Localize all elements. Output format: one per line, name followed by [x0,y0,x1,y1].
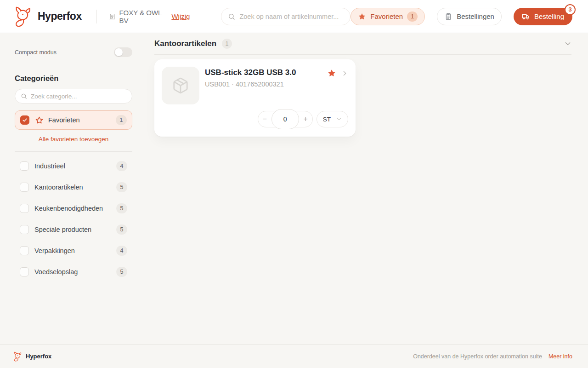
favorites-count-badge: 1 [116,115,127,125]
header: Hyperfox FOXY & OWL BV Wijzig Favorieten… [0,0,588,33]
more-info-link[interactable]: Meer info [548,353,572,360]
sidebar-item-verpakkingen[interactable]: Verpakkingen 4 [15,240,132,261]
truck-icon [522,12,530,21]
product-search [221,8,351,25]
sidebar-item-industrieel[interactable]: Industrieel 4 [15,155,132,177]
category-list: Industrieel 4 Kantoorartikelen 5 Keukenb… [15,155,132,282]
compact-mode-row: Compact modus [15,47,132,57]
quantity-stepper: − + [258,111,313,127]
sidebar-item-favorites[interactable]: Favorieten 1 [15,110,132,130]
unit-value: ST [323,116,331,123]
search-icon [228,13,235,20]
building-icon [109,12,116,21]
sidebar-divider [15,66,132,66]
brand: Hyperfox [13,6,82,27]
package-icon [172,77,189,94]
sidebar: Compact modus Categorieën Favorieten 1 A… [0,33,140,344]
category-count-badge: 5 [116,203,127,213]
product-code: USB001 · 4017652000321 [205,80,322,88]
header-divider [96,10,97,23]
chevron-right-icon[interactable] [341,70,348,77]
favorites-button[interactable]: Favorieten 1 [351,8,425,25]
product-card-bottom: − + ST [162,109,348,129]
category-checkbox[interactable] [20,246,29,255]
category-count-badge: 4 [116,161,127,171]
hyperfox-logo-icon [13,351,23,362]
footer-right: Onderdeel van de Hyperfox order automati… [413,353,572,360]
product-actions [327,67,348,104]
body: Compact modus Categorieën Favorieten 1 A… [0,33,588,344]
star-icon [358,12,366,21]
product-title: USB-stick 32GB USB 3.0 [205,68,322,77]
category-count-badge: 4 [116,246,127,256]
header-actions: Favorieten 1 Bestellingen Bestelling 3 [351,8,572,25]
orders-button-label: Bestellingen [457,12,494,20]
footer: Hyperfox Onderdeel van de Hyperfox order… [0,344,588,368]
product-thumbnail [162,67,199,104]
category-label: Kantoorartikelen [34,184,83,191]
category-label: Voedselopslag [34,268,78,276]
category-checkbox[interactable] [20,267,29,276]
category-checkbox[interactable] [20,204,29,213]
order-cart-button-label: Bestelling [534,12,564,20]
sidebar-item-kantoorartikelen[interactable]: Kantoorartikelen 5 [15,177,132,198]
toggle-knob [115,48,123,56]
orders-button[interactable]: Bestellingen [437,8,502,25]
quantity-minus-button[interactable]: − [258,111,271,127]
clipboard-icon [444,12,452,21]
quantity-plus-button[interactable]: + [299,111,312,127]
favorites-button-label: Favorieten [370,12,403,20]
category-label: Industrieel [34,162,65,170]
star-outline-icon [35,116,44,125]
category-label: Verpakkingen [34,247,75,254]
favorites-count-badge: 1 [407,12,418,22]
sidebar-divider [15,151,132,152]
search-icon [21,93,27,99]
compact-mode-toggle[interactable] [114,47,132,57]
section-header: Kantoorartikelen 1 [154,33,571,55]
compact-mode-label: Compact modus [15,49,57,56]
footer-brand: Hyperfox [13,351,51,362]
chevron-down-icon[interactable] [564,40,571,47]
category-search [15,89,132,104]
product-search-input[interactable] [239,13,344,20]
chevron-down-icon [336,116,342,122]
product-card-top: USB-stick 32GB USB 3.0 USB001 · 40176520… [162,67,348,104]
brand-name: Hyperfox [38,10,82,23]
favorites-label: Favorieten [48,116,80,124]
add-all-favorites-link[interactable]: Alle favorieten toevoegen [15,136,132,143]
category-checkbox[interactable] [20,161,29,171]
footer-brand-name: Hyperfox [26,353,51,360]
category-count-badge: 5 [116,224,127,235]
change-company-link[interactable]: Wijzig [171,12,190,20]
company-section: FOXY & OWL BV Wijzig [109,9,190,24]
category-label: Speciale producten [34,226,91,233]
product-card: USB-stick 32GB USB 3.0 USB001 · 40176520… [154,59,356,137]
category-checkbox[interactable] [20,183,29,192]
main-content: Kantoorartikelen 1 USB-stick 32GB USB 3.… [154,33,571,344]
favorite-star-icon[interactable] [327,69,336,78]
category-checkbox[interactable] [20,225,29,234]
category-count-badge: 5 [116,267,127,277]
sidebar-item-speciale-producten[interactable]: Speciale producten 5 [15,219,132,240]
product-info: USB-stick 32GB USB 3.0 USB001 · 40176520… [205,67,322,104]
hyperfox-logo-icon [13,6,34,27]
order-cart-button[interactable]: Bestelling 3 [514,8,572,25]
footer-tagline: Onderdeel van de Hyperfox order automati… [413,353,542,360]
section-title: Kantoorartikelen [154,39,216,48]
sidebar-item-voedselopslag[interactable]: Voedselopslag 5 [15,261,132,282]
app: Hyperfox FOXY & OWL BV Wijzig Favorieten… [0,0,588,368]
company-name: FOXY & OWL BV [119,9,163,24]
category-search-input[interactable] [31,93,126,100]
section-count-badge: 1 [222,39,232,49]
categories-title: Categorieën [15,74,132,83]
sidebar-item-keukenbenodigdheden[interactable]: Keukenbenodigdheden 5 [15,198,132,219]
check-icon [22,117,28,123]
quantity-input[interactable] [271,109,299,129]
unit-select[interactable]: ST [317,111,348,127]
favorites-checkbox[interactable] [20,115,29,125]
category-label: Keukenbenodigdheden [34,205,103,212]
category-count-badge: 5 [116,182,127,192]
cart-count-badge: 3 [565,4,576,15]
